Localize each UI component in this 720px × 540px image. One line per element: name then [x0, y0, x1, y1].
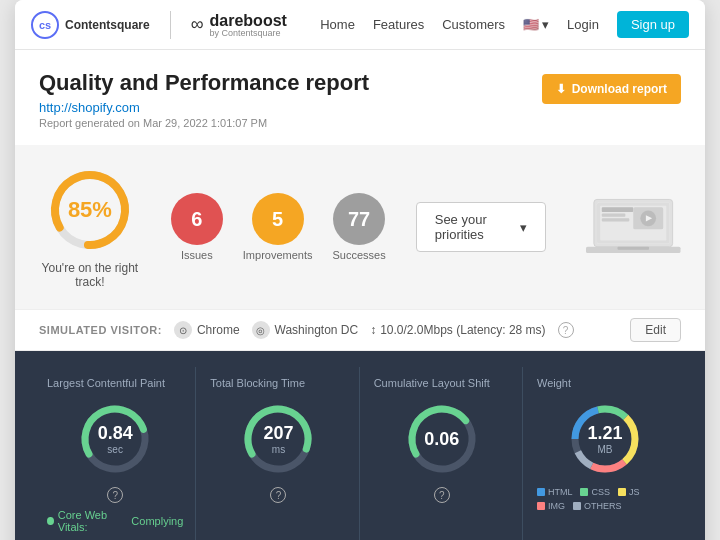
help-icon[interactable]: ? [558, 322, 574, 338]
svg-rect-6 [602, 207, 634, 212]
signup-button[interactable]: Sign up [617, 11, 689, 38]
chevron-down-icon: ▾ [520, 220, 527, 235]
improvements-label: Improvements [243, 249, 313, 261]
chevron-down-icon: ▾ [542, 17, 549, 32]
db-icon: ∞ [191, 14, 204, 35]
weight-gauge-wrap: 1.21 MB [537, 399, 673, 479]
issues-badge: 6 Issues [171, 193, 223, 261]
score-badges: 6 Issues 5 Improvements 77 Successes [171, 193, 386, 261]
speed-arrow-icon: ↕ [370, 323, 376, 337]
report-header: Quality and Performance report http://sh… [15, 50, 705, 145]
tbt-help-icon[interactable]: ? [270, 487, 286, 503]
issues-count: 6 [171, 193, 223, 245]
cls-help-icon[interactable]: ? [434, 487, 450, 503]
navbar: cs Contentsquare ∞ dareboost by Contents… [15, 0, 705, 50]
nav-home[interactable]: Home [320, 17, 355, 32]
css-dot [580, 488, 588, 496]
svg-rect-8 [602, 218, 630, 221]
cwv-value: Complying [131, 515, 183, 527]
weight-unit: MB [587, 444, 622, 455]
html-dot [537, 488, 545, 496]
nav-links: Home Features Customers 🇺🇸 ▾ Login Sign … [320, 11, 689, 38]
edit-button[interactable]: Edit [630, 318, 681, 342]
successes-count: 77 [333, 193, 385, 245]
others-dot [573, 502, 581, 510]
successes-label: Successes [333, 249, 386, 261]
tbt-card: Total Blocking Time 207 ms ? [198, 367, 359, 540]
cs-icon: cs [31, 11, 59, 39]
weight-title: Weight [537, 377, 673, 389]
laptop-svg [586, 187, 681, 267]
report-date: Report generated on Mar 29, 2022 1:01:07… [39, 117, 681, 129]
browser-item: ⊙ Chrome [174, 321, 240, 339]
img-dot [537, 502, 545, 510]
score-gauge-container: 85% [45, 165, 135, 255]
cls-num: 0.06 [424, 429, 459, 450]
download-label: Download report [572, 82, 667, 96]
cwv-status: Core Web Vitals: Complying [47, 509, 183, 533]
improvements-count: 5 [252, 193, 304, 245]
lcp-help-icon[interactable]: ? [107, 487, 123, 503]
css-legend: CSS [580, 487, 610, 497]
svg-rect-13 [618, 247, 650, 250]
simulated-visitor-bar: SIMULATED VISITOR: ⊙ Chrome ◎ Washington… [15, 309, 705, 351]
cls-gauge: 0.06 [402, 399, 482, 479]
weight-card: Weight [525, 367, 685, 540]
score-label: You're on the right track! [39, 261, 141, 289]
nav-customers[interactable]: Customers [442, 17, 505, 32]
cs-name: Contentsquare [65, 18, 150, 32]
metrics-section: Largest Contentful Paint 0.84 sec ? [15, 351, 705, 540]
js-legend: JS [618, 487, 640, 497]
cls-title: Cumulative Layout Shift [374, 377, 510, 389]
priorities-label: See your priorities [435, 212, 515, 242]
html-legend: HTML [537, 487, 573, 497]
overall-score: 85% You're on the right track! [39, 165, 141, 289]
js-dot [618, 488, 626, 496]
location-item: ◎ Washington DC [252, 321, 359, 339]
priorities-button[interactable]: See your priorities ▾ [416, 202, 547, 252]
nav-features[interactable]: Features [373, 17, 424, 32]
tbt-help: ? [210, 487, 346, 503]
db-sub: by Contentsquare [210, 28, 287, 38]
simulated-label: SIMULATED VISITOR: [39, 324, 162, 336]
score-section: 85% You're on the right track! 6 Issues … [15, 145, 705, 309]
report-url[interactable]: http://shopify.com [39, 100, 140, 115]
lcp-title: Largest Contentful Paint [47, 377, 183, 389]
dareboost-logo: ∞ dareboost by Contentsquare [191, 12, 287, 38]
tbt-gauge: 207 ms [238, 399, 318, 479]
lcp-unit: sec [98, 444, 133, 455]
browser-icon: ⊙ [174, 321, 192, 339]
db-name-wrap: dareboost by Contentsquare [210, 12, 287, 38]
tbt-gauge-wrap: 207 ms [210, 399, 346, 479]
language-selector[interactable]: 🇺🇸 ▾ [523, 17, 549, 32]
lcp-help: ? [47, 487, 183, 503]
lcp-gauge-wrap: 0.84 sec [47, 399, 183, 479]
location-name: Washington DC [275, 323, 359, 337]
logo-section: cs Contentsquare ∞ dareboost by Contents… [31, 11, 287, 39]
lcp-value: 0.84 sec [98, 423, 133, 455]
lcp-num: 0.84 [98, 423, 133, 444]
cls-gauge-wrap: 0.06 [374, 399, 510, 479]
js-label: JS [629, 487, 640, 497]
speed-item: ↕ 10.0/2.0Mbps (Latency: 28 ms) [370, 323, 545, 337]
others-legend: OTHERS [573, 501, 622, 511]
login-link[interactable]: Login [567, 17, 599, 32]
flag-icon: 🇺🇸 [523, 17, 539, 32]
css-label: CSS [591, 487, 610, 497]
html-label: HTML [548, 487, 573, 497]
db-name: dareboost [210, 12, 287, 29]
cls-card: Cumulative Layout Shift 0.06 ? [362, 367, 523, 540]
tbt-unit: ms [263, 444, 293, 455]
weight-legend: HTML CSS JS IMG OTHERS [537, 487, 673, 511]
weight-gauge: 1.21 MB [565, 399, 645, 479]
improvements-badge: 5 Improvements [243, 193, 313, 261]
contentsquare-logo: cs Contentsquare [31, 11, 150, 39]
issues-label: Issues [181, 249, 213, 261]
lcp-gauge: 0.84 sec [75, 399, 155, 479]
cls-value: 0.06 [424, 429, 459, 450]
cwv-label: Core Web Vitals: [58, 509, 128, 533]
others-label: OTHERS [584, 501, 622, 511]
location-icon: ◎ [252, 321, 270, 339]
img-legend: IMG [537, 501, 565, 511]
download-button[interactable]: ⬇ Download report [542, 74, 681, 104]
